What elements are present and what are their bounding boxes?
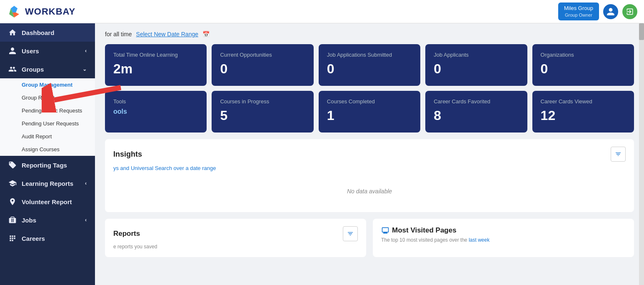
group-button[interactable]: Miles Group Group Owner xyxy=(558,2,599,20)
reports-filter-icon xyxy=(347,230,354,237)
logo-text: WORKBAY xyxy=(25,6,75,17)
users-chevron: ‹ xyxy=(85,48,87,54)
stat-organizations: Organizations 0 xyxy=(532,44,634,86)
sidebar-label-jobs: Jobs xyxy=(22,217,36,224)
school-icon xyxy=(8,179,17,188)
reports-filter-button[interactable] xyxy=(343,226,358,241)
logo: WORKBAY xyxy=(7,4,75,19)
sidebar-label-careers: Careers xyxy=(22,235,45,242)
most-visited-sub: The top 10 most visited pages over the l… xyxy=(381,237,626,243)
jobs-chevron: ‹ xyxy=(85,217,87,223)
calendar-icon[interactable]: 📅 xyxy=(202,31,210,38)
learning-reports-chevron: ‹ xyxy=(85,180,87,186)
sidebar-item-users[interactable]: Users ‹ xyxy=(0,42,95,60)
submenu-group-management[interactable]: Group Management xyxy=(0,78,95,91)
group-name: Miles Group xyxy=(564,5,593,11)
insights-sub: ys and Universal Search over a date rang… xyxy=(113,165,626,171)
stat-career-viewed: Career Cards Viewed 12 xyxy=(532,91,634,132)
submenu-group-report[interactable]: Group Report xyxy=(0,91,95,104)
reports-title: Reports xyxy=(113,230,140,238)
groups-chevron: ⌄ xyxy=(82,66,87,72)
sidebar-item-groups[interactable]: Groups ⌄ xyxy=(0,60,95,78)
most-visited-title: Most Visited Pages xyxy=(392,226,457,235)
avatar-button[interactable] xyxy=(603,4,618,19)
main-content: for all time Select New Date Range 📅 Tot… xyxy=(95,23,644,285)
stat-current-opps: Current Opportunities 0 xyxy=(212,44,313,86)
sidebar-item-reporting-tags[interactable]: Reporting Tags xyxy=(0,156,95,174)
date-range-prefix: for all time xyxy=(105,31,132,38)
sidebar-item-learning-reports[interactable]: Learning Reports ‹ xyxy=(0,174,95,192)
exit-icon xyxy=(626,8,634,16)
stat-career-favorited: Career Cards Favorited 8 xyxy=(425,91,527,132)
volunteer-icon xyxy=(8,198,17,206)
tag-icon xyxy=(8,161,17,169)
reports-card: Reports e reports you saved xyxy=(105,219,366,257)
sidebar-item-dashboard[interactable]: Dashboard xyxy=(0,23,95,42)
main-layout: Dashboard Users ‹ Groups ⌄ Group Managem… xyxy=(0,23,644,285)
insights-section: Insights ys and Universal Search over a … xyxy=(105,139,634,212)
date-range-row: for all time Select New Date Range 📅 xyxy=(105,31,634,38)
sidebar-label-learning-reports: Learning Reports xyxy=(22,180,73,187)
stats-row-1: Total Time Online Learning 2m Current Op… xyxy=(105,44,634,86)
stat-tools: Tools ools xyxy=(105,91,207,132)
sidebar: Dashboard Users ‹ Groups ⌄ Group Managem… xyxy=(0,23,95,285)
no-data-label: No data available xyxy=(113,178,626,205)
logo-icon xyxy=(7,4,22,19)
most-visited-card: Most Visited Pages The top 10 most visit… xyxy=(373,219,634,257)
home-icon xyxy=(8,28,17,37)
stats-row-2: Tools ools Courses in Progress 5 Courses… xyxy=(105,91,634,132)
insights-title: Insights xyxy=(113,150,142,159)
reports-sub: e reports you saved xyxy=(113,244,358,250)
sidebar-label-users: Users xyxy=(22,48,39,55)
group-role: Group Owner xyxy=(564,12,593,18)
sidebar-item-volunteer-report[interactable]: Volunteer Report xyxy=(0,192,95,211)
groups-submenu: Group Management Group Report Pending Pu… xyxy=(0,78,95,156)
sidebar-item-careers[interactable]: Careers xyxy=(0,229,95,248)
stat-courses-progress: Courses in Progress 5 xyxy=(212,91,313,132)
avatar-icon xyxy=(606,7,615,16)
submenu-pending-user[interactable]: Pending User Requests xyxy=(0,117,95,130)
submenu-audit-report[interactable]: Audit Report xyxy=(0,130,95,143)
careers-icon xyxy=(8,234,17,242)
person-icon xyxy=(8,47,17,55)
briefcase-icon xyxy=(8,216,17,224)
sidebar-label-groups: Groups xyxy=(22,66,44,73)
stat-job-apps: Job Applications Submitted 0 xyxy=(319,44,420,86)
sidebar-label-reporting-tags: Reporting Tags xyxy=(22,162,67,169)
header-actions: Miles Group Group Owner xyxy=(558,2,637,20)
reports-card-header: Reports xyxy=(113,226,358,241)
most-visited-header: Most Visited Pages xyxy=(381,226,626,235)
stat-courses-completed: Courses Completed 1 xyxy=(319,91,420,132)
sidebar-label-dashboard: Dashboard xyxy=(22,29,54,36)
insights-header: Insights xyxy=(113,147,626,162)
bottom-row: Reports e reports you saved xyxy=(105,219,634,257)
scrollbar[interactable] xyxy=(639,23,644,285)
last-week-link[interactable]: last week xyxy=(469,237,489,243)
stat-total-time: Total Time Online Learning 2m xyxy=(105,44,207,86)
app-header: WORKBAY Miles Group Group Owner xyxy=(0,0,644,23)
stat-job-applicants: Job Applicants 0 xyxy=(425,44,527,86)
monitor-icon xyxy=(381,226,389,235)
insights-filter-button[interactable] xyxy=(611,147,626,162)
groups-icon xyxy=(8,65,17,73)
select-date-range-link[interactable]: Select New Date Range xyxy=(136,31,198,38)
exit-button[interactable] xyxy=(622,4,637,19)
sidebar-label-volunteer-report: Volunteer Report xyxy=(22,198,72,205)
sidebar-item-jobs[interactable]: Jobs ‹ xyxy=(0,211,95,229)
submenu-pending-public[interactable]: Pending Public Requests xyxy=(0,104,95,117)
filter-icon xyxy=(615,151,622,158)
submenu-assign-courses[interactable]: Assign Courses xyxy=(0,143,95,156)
